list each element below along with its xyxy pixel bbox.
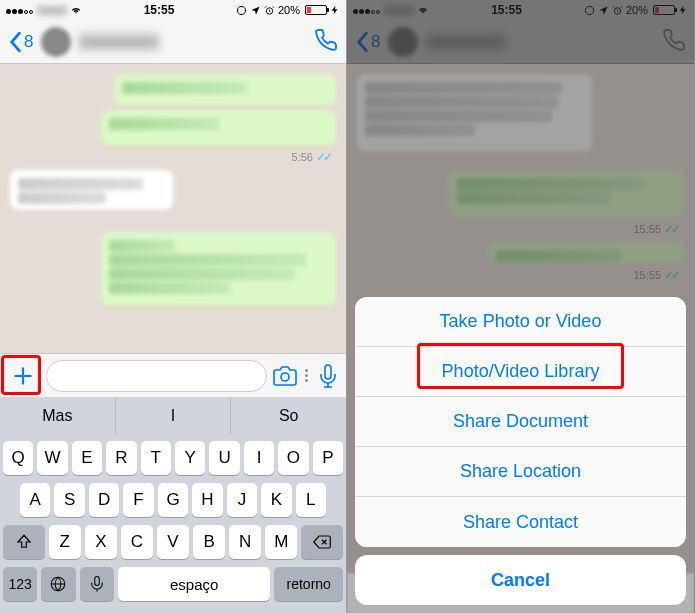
key-o[interactable]: O [278, 441, 308, 475]
key-q[interactable]: Q [3, 441, 33, 475]
svg-rect-4 [95, 577, 100, 586]
shift-key[interactable] [3, 525, 45, 559]
nav-bar: 8 [0, 20, 346, 64]
globe-key[interactable] [41, 567, 75, 601]
key-a[interactable]: A [20, 483, 50, 517]
return-key[interactable]: retorno [274, 567, 343, 601]
key-w[interactable]: W [37, 441, 67, 475]
mic-button[interactable] [316, 364, 340, 388]
key-n[interactable]: N [229, 525, 261, 559]
key-c[interactable]: C [121, 525, 153, 559]
phone-right: 15:55 20% 8 [347, 0, 694, 613]
svg-point-2 [281, 373, 289, 381]
call-button[interactable] [314, 28, 338, 56]
sheet-share-contact[interactable]: Share Contact [355, 497, 686, 547]
camera-button[interactable] [273, 364, 297, 388]
suggestion-3[interactable]: So [231, 397, 346, 435]
key-l[interactable]: L [296, 483, 326, 517]
key-v[interactable]: V [157, 525, 189, 559]
key-p[interactable]: P [313, 441, 343, 475]
more-icon [305, 368, 308, 383]
battery-icon [303, 5, 327, 15]
location-icon [250, 5, 261, 16]
key-r[interactable]: R [106, 441, 136, 475]
space-key[interactable]: espaço [118, 567, 270, 601]
key-x[interactable]: X [85, 525, 117, 559]
key-d[interactable]: D [89, 483, 119, 517]
keyboard: QWERTYUIOP ASDFGHJKL ZXCVBNM 123 espaço … [0, 435, 346, 613]
key-b[interactable]: B [193, 525, 225, 559]
key-y[interactable]: Y [175, 441, 205, 475]
status-time: 15:55 [144, 3, 175, 17]
key-u[interactable]: U [209, 441, 239, 475]
wifi-icon [70, 3, 82, 17]
attach-button[interactable] [6, 359, 40, 393]
key-e[interactable]: E [72, 441, 102, 475]
key-h[interactable]: H [192, 483, 222, 517]
avatar[interactable] [41, 27, 71, 57]
phone-left: 15:55 20% 8 [0, 0, 347, 613]
battery-pct: 20% [278, 4, 300, 16]
message-input[interactable] [46, 360, 267, 392]
suggestion-1[interactable]: Mas [0, 397, 116, 435]
svg-point-0 [237, 6, 245, 14]
key-f[interactable]: F [123, 483, 153, 517]
keyboard-suggestions: Mas I So [0, 397, 346, 435]
carrier-blur [37, 6, 67, 15]
key-k[interactable]: K [261, 483, 291, 517]
dictation-key[interactable] [80, 567, 114, 601]
signal-dots [6, 4, 34, 16]
back-count: 8 [24, 32, 33, 52]
alarm-icon [264, 5, 275, 16]
suggestion-2[interactable]: I [116, 397, 232, 435]
key-m[interactable]: M [265, 525, 297, 559]
chat-messages: 5:56✓✓ [0, 64, 346, 316]
sheet-share-location[interactable]: Share Location [355, 447, 686, 497]
sheet-photo-library[interactable]: Photo/Video Library [355, 347, 686, 397]
key-g[interactable]: G [158, 483, 188, 517]
key-t[interactable]: T [141, 441, 171, 475]
status-bar: 15:55 20% [0, 0, 346, 20]
sheet-take-photo[interactable]: Take Photo or Video [355, 297, 686, 347]
charging-icon [330, 5, 340, 15]
input-bar [0, 353, 346, 397]
numbers-key[interactable]: 123 [3, 567, 37, 601]
action-sheet: Take Photo or Video Photo/Video Library … [355, 297, 686, 605]
key-s[interactable]: S [54, 483, 84, 517]
key-j[interactable]: J [227, 483, 257, 517]
key-i[interactable]: I [244, 441, 274, 475]
sheet-share-document[interactable]: Share Document [355, 397, 686, 447]
sheet-cancel[interactable]: Cancel [355, 555, 686, 605]
backspace-key[interactable] [301, 525, 343, 559]
contact-name[interactable] [79, 34, 159, 50]
back-button[interactable]: 8 [8, 31, 33, 53]
key-z[interactable]: Z [49, 525, 81, 559]
msg-time: 5:56✓✓ [10, 150, 330, 164]
compass-icon [236, 5, 247, 16]
